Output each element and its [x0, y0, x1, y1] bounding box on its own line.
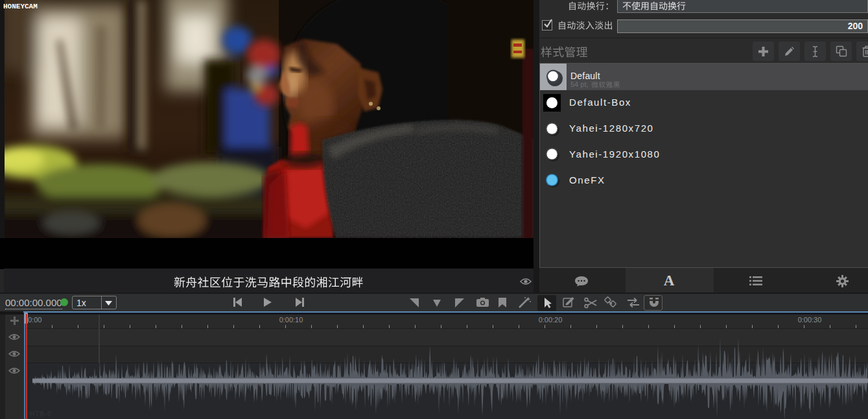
svg-text:HONEYCAM: HONEYCAM: [3, 3, 38, 10]
